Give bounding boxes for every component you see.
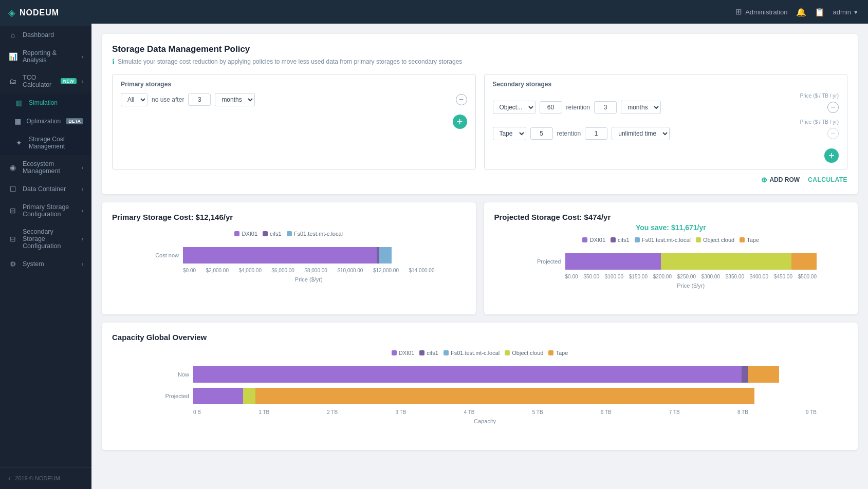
notification-bell[interactable]: 🔔 <box>796 7 806 17</box>
bar-segment-object <box>661 253 792 270</box>
legend-label: cifs1 <box>618 237 630 243</box>
chevron-icon: ‹ <box>82 79 83 84</box>
legend-dot <box>505 350 510 355</box>
tape-unit-select[interactable]: unlimited time <box>612 127 670 140</box>
reporting-submenu: ▦ Simulation ▦ Optimization BETA ✦ Stora… <box>0 93 91 155</box>
capacity-legend: DXI01 cifs1 Fs01.test.mt-c.local Object … <box>112 350 847 356</box>
object-type-select[interactable]: Object... <box>493 101 535 114</box>
sidebar-item-dashboard[interactable]: ⌂ Dashboard <box>0 26 91 44</box>
new-badge: NEW <box>61 78 77 84</box>
x-label: 4 TB <box>464 409 475 415</box>
secondary-storage-icon: ⊟ <box>8 235 17 243</box>
collapse-icon: ‹ <box>8 474 11 483</box>
tape-price-input[interactable] <box>530 127 553 140</box>
primary-storage-icon: ⊟ <box>8 206 17 215</box>
bar-segment-tape <box>748 366 780 383</box>
app-title: NODEUM <box>20 8 59 17</box>
admin-menu[interactable]: admin ▾ <box>833 8 858 16</box>
sidebar-item-system[interactable]: ⚙ System ‹ <box>0 255 91 273</box>
primary-bar-chart: Cost now $0.00 $2,000.00 $4,000.00 <box>112 242 466 298</box>
sidebar-footer[interactable]: ‹ 2019 © NODEUM. <box>0 467 91 489</box>
administration-link[interactable]: ⊞ Administration <box>735 7 787 16</box>
legend-fs01-cap: Fs01.test.mt-c.local <box>444 350 500 356</box>
home-icon: ⌂ <box>8 31 17 39</box>
bar-track <box>183 247 435 264</box>
bar-label: Cost now <box>148 252 179 258</box>
sidebar-item-storage-cost[interactable]: ✦ Storage Cost Management <box>0 130 91 155</box>
legend-dot <box>611 237 616 242</box>
sidebar-item-simulation[interactable]: ▦ Simulation <box>0 93 91 112</box>
policy-actions-bar: ⊕ ADD ROW CALCULATE <box>112 176 847 184</box>
sidebar-item-optimization[interactable]: ▦ Optimization BETA <box>0 112 91 130</box>
bar-segment-dxi01 <box>193 366 742 383</box>
capacity-title: Capacity Global Overview <box>112 333 847 342</box>
info-icon: ℹ <box>112 58 115 66</box>
content-area: Storage Data Management Policy ℹ Simulat… <box>91 24 868 489</box>
add-row-button[interactable]: ⊕ ADD ROW <box>761 176 800 184</box>
bar-row-now: Now <box>153 366 817 383</box>
sidebar-item-ecosystem[interactable]: ◉ Ecosystem Management ‹ <box>0 155 91 180</box>
main-area: ⊞ Administration 🔔 📋 admin ▾ Storage Dat… <box>91 0 868 489</box>
calculate-button[interactable]: CALCULATE <box>808 176 847 183</box>
bar-track <box>193 388 817 404</box>
legend-label: cifs1 <box>270 231 282 237</box>
primary-filter-select[interactable]: All <box>121 93 147 106</box>
x-label: $12,000.00 <box>373 268 399 273</box>
chevron-icon: ‹ <box>82 54 83 60</box>
object-remove-button[interactable]: − <box>827 102 839 113</box>
sidebar-item-secondary-storage[interactable]: ⊟ Secondary Storage Configuration ‹ <box>0 223 91 255</box>
chevron-down-icon: ▾ <box>854 8 858 16</box>
tape-retention-input[interactable] <box>585 127 607 140</box>
x-axis-labels: $0.00 $2,000.00 $4,000.00 $6,000.00 $8,0… <box>148 268 435 273</box>
sidebar-item-data-container[interactable]: ☐ Data Container ‹ <box>0 180 91 198</box>
object-unit-select[interactable]: months <box>621 101 661 114</box>
x-label: 5 TB <box>532 409 543 415</box>
x-label: $450.00 <box>774 274 792 279</box>
x-label: $50.00 <box>583 274 599 279</box>
chevron-icon: ‹ <box>82 261 83 267</box>
legend-label: DXI01 <box>242 231 257 237</box>
x-axis-title: Price ($/yr) <box>148 276 435 283</box>
chevron-icon: ‹ <box>82 208 83 214</box>
policy-info-bar: ℹ Simulate your storage cost reduction b… <box>112 58 847 66</box>
x-axis-labels: $0.00 $50.00 $100.00 $150.00 $200.00 $25… <box>530 274 817 279</box>
x-label: $500.00 <box>798 274 817 279</box>
x-label: $10,000.00 <box>337 268 363 273</box>
legend-label: DXI01 <box>399 350 415 356</box>
tco-icon: 🗂 <box>8 77 17 85</box>
clipboard-button[interactable]: 📋 <box>815 7 825 17</box>
x-label: $0.00 <box>565 274 578 279</box>
primary-unit-select[interactable]: months <box>215 93 255 106</box>
primary-months-input[interactable] <box>188 93 211 106</box>
topbar: ⊞ Administration 🔔 📋 admin ▾ <box>91 0 868 24</box>
sidebar-item-reporting[interactable]: 📊 Reporting & Analysis ‹ <box>0 44 91 69</box>
projected-cost-chart-card: Projected Storage Cost: $474/yr You save… <box>484 202 858 314</box>
legend-dxi01-primary: DXI01 <box>234 231 257 237</box>
x-label: $14,000.00 <box>409 268 434 273</box>
secondary-add-button[interactable]: + <box>824 148 839 163</box>
x-label: $300.00 <box>701 274 720 279</box>
primary-storages-panel: Primary storages All no use after months… <box>112 74 476 170</box>
tape-type-select[interactable]: Tape <box>493 127 526 140</box>
x-label: 8 TB <box>737 409 748 415</box>
primary-add-button[interactable]: + <box>453 115 467 129</box>
x-label: $200.00 <box>653 274 672 279</box>
legend-label: Tape <box>556 350 568 356</box>
projected-cost-title: Projected Storage Cost: $474/yr <box>494 213 848 221</box>
x-label: $2,000.00 <box>206 268 229 273</box>
primary-storage-row: All no use after months − <box>121 93 467 106</box>
tape-remove-button[interactable]: − <box>827 128 839 139</box>
object-retention-input[interactable] <box>594 101 617 114</box>
bar-segment-object <box>243 388 255 404</box>
legend-object-cloud-proj: Object cloud <box>696 237 734 243</box>
storage-cost-icon: ✦ <box>14 139 24 147</box>
primary-remove-button[interactable]: − <box>456 94 467 105</box>
price-hint-2: Price ($ / TB / yr) <box>493 119 839 125</box>
bar-fill <box>193 366 817 383</box>
object-price-input[interactable] <box>540 101 562 114</box>
sidebar-item-primary-storage[interactable]: ⊟ Primary Storage Configuration ‹ <box>0 198 91 223</box>
secondary-object-row: Object... retention months − <box>493 101 839 114</box>
sidebar: ◈ NODEUM ⌂ Dashboard 📊 Reporting & Analy… <box>0 0 91 489</box>
sidebar-item-tco[interactable]: 🗂 TCO Calculator NEW ‹ <box>0 69 91 93</box>
x-label: $400.00 <box>750 274 768 279</box>
